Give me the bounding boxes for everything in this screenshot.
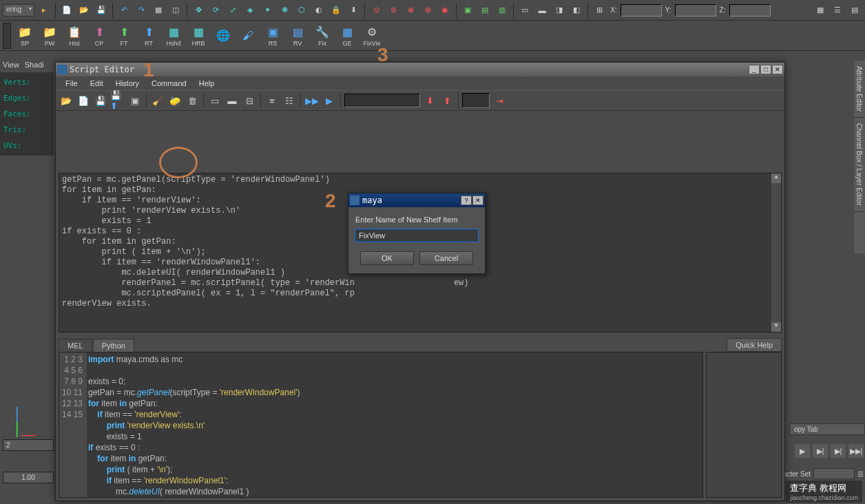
line-numbers-icon[interactable]: ☷ (282, 93, 297, 108)
dialog-titlebar[interactable]: maya ? ✕ (348, 193, 485, 207)
layout3-icon[interactable]: ▤ (847, 3, 862, 18)
snap3-icon[interactable]: ⊕ (403, 3, 418, 18)
execute-icon[interactable]: ▶ (322, 93, 337, 108)
shelf-ge[interactable]: ▦GE (336, 23, 358, 49)
layout2-icon[interactable]: ☰ (830, 3, 845, 18)
tool1-icon[interactable]: ✦ (260, 3, 275, 18)
shelf-hshd[interactable]: ▦Hshd (163, 23, 185, 49)
next-key-icon[interactable]: ▶| (831, 444, 846, 458)
x-field[interactable] (621, 4, 662, 17)
code-editor[interactable]: 1 2 3 4 5 6 7 8 9 10 11 12 13 14 15 impo… (59, 352, 703, 498)
menu-command[interactable]: Command (146, 78, 192, 89)
ipr-icon[interactable]: ▣ (460, 3, 475, 18)
show-input-icon[interactable]: ▬ (225, 93, 240, 108)
cancel-button[interactable]: Cancel (419, 251, 473, 265)
undo-icon[interactable]: ↶ (116, 3, 132, 18)
tab-channel-box[interactable]: Channel Box / Layer Editor (854, 118, 864, 212)
shelf-pw[interactable]: 📁PW (39, 23, 61, 49)
save-icon[interactable]: 💾 (94, 3, 109, 18)
show-both-icon[interactable]: ⊟ (242, 93, 257, 108)
show-history-icon[interactable]: ▭ (207, 93, 222, 108)
goto-line-field[interactable] (462, 93, 490, 108)
panel2-icon[interactable]: ▬ (534, 3, 550, 18)
search-up-icon[interactable]: ⬆ (439, 93, 455, 108)
scroll-down-icon[interactable]: ▼ (771, 322, 781, 332)
vp-menu-view[interactable]: View (3, 61, 19, 69)
vp-menu-shading[interactable]: Shadi (25, 61, 44, 69)
ok-button[interactable]: OK (360, 251, 414, 265)
shelf-hist[interactable]: 📋Hist (63, 23, 85, 49)
tool4-icon[interactable]: ◐ (311, 3, 326, 18)
tab-python[interactable]: Python (93, 339, 134, 352)
clear-history-icon[interactable]: 🧹 (150, 93, 165, 108)
shelf-rs[interactable]: ▣RS (262, 23, 284, 49)
snap5-icon[interactable]: ◉ (437, 3, 452, 18)
panel3-icon[interactable]: ◨ (552, 3, 567, 18)
lasso-icon[interactable]: ◫ (168, 3, 183, 18)
quick-help-button[interactable]: Quick Help (727, 338, 782, 352)
clear-input-icon[interactable]: 🧽 (167, 93, 183, 108)
scroll-up-icon[interactable]: ▲ (771, 174, 781, 183)
redo-icon[interactable]: ↷ (134, 3, 149, 18)
minimize-button[interactable]: _ (749, 65, 760, 74)
rg-icon[interactable]: ▥ (494, 3, 510, 18)
code-body[interactable]: import maya.cmds as mc exists = 0; getPa… (87, 353, 702, 497)
render-icon[interactable]: ▤ (477, 3, 492, 18)
shelf-ft[interactable]: ⬆FT (113, 23, 135, 49)
shelf-rv[interactable]: ▤RV (286, 23, 309, 49)
tab-mel[interactable]: MEL (59, 339, 92, 352)
copy-tab-button[interactable]: opy Tab (789, 423, 865, 435)
rotate-icon[interactable]: ⟳ (208, 3, 223, 18)
script-to-shelf-icon[interactable]: ▣ (127, 93, 143, 108)
execute-all-icon[interactable]: ▶▶ (304, 93, 320, 108)
menu-history[interactable]: History (110, 78, 145, 89)
tab-attribute-editor[interactable]: Attribute Editor (854, 61, 864, 118)
lock-icon[interactable]: 🔒 (329, 3, 344, 18)
input-mode-icon[interactable]: ⊞ (592, 3, 607, 18)
echo-all-icon[interactable]: ≡ (264, 93, 280, 108)
frame-input[interactable]: 2 (3, 439, 54, 451)
shelf-fix[interactable]: 🔧Fix (311, 23, 333, 49)
shelf-tab-handle[interactable] (3, 23, 11, 49)
close-button[interactable]: ✕ (772, 65, 783, 74)
panel1-icon[interactable]: ▭ (517, 3, 532, 18)
play-icon[interactable]: ▶ (795, 444, 810, 458)
shelf-fixvie[interactable]: ⚙FixVie (361, 23, 383, 49)
source-script-icon[interactable]: 📄 (76, 93, 91, 108)
script-editor-titlebar[interactable]: Script Editor _ □ ✕ (56, 63, 784, 76)
menu-help[interactable]: Help (194, 78, 220, 89)
layout1-icon[interactable]: ▦ (813, 3, 828, 18)
shelf-sp[interactable]: 📁SP (14, 23, 36, 49)
snap1-icon[interactable]: ⊙ (368, 3, 384, 18)
timescale-input[interactable]: 1.00 (3, 472, 54, 483)
snap4-icon[interactable]: ⊗ (420, 3, 435, 18)
new-scene-icon[interactable]: 📄 (59, 3, 74, 18)
shelf-hrb[interactable]: ▦HRB (187, 23, 209, 49)
workspace-dropdown[interactable]: ering (3, 4, 34, 17)
history-scrollbar[interactable]: ▲ ▼ (771, 174, 781, 332)
snap2-icon[interactable]: ⊚ (386, 3, 401, 18)
shelf-cp[interactable]: ⬆CP (88, 23, 110, 49)
open-icon[interactable]: 📂 (76, 3, 92, 18)
shelf-item-name-input[interactable] (355, 229, 478, 242)
clear-all-icon[interactable]: 🗑 (185, 93, 200, 108)
dialog-close-button[interactable]: ✕ (472, 196, 483, 205)
save-script-icon[interactable]: 💾 (93, 93, 108, 108)
menu-edit[interactable]: Edit (85, 78, 109, 89)
select-icon[interactable]: ▦ (151, 3, 166, 18)
goto-icon[interactable]: ⇥ (492, 93, 507, 108)
arrow-icon[interactable]: ▸ (37, 3, 52, 18)
dialog-help-button[interactable]: ? (461, 196, 472, 205)
open-script-icon[interactable]: 📂 (59, 93, 74, 108)
y-field[interactable] (675, 4, 716, 17)
search-down-icon[interactable]: ⬇ (422, 93, 437, 108)
tool2-icon[interactable]: ❋ (277, 3, 292, 18)
save-to-shelf-icon[interactable]: 💾⬆ (110, 93, 125, 108)
panel4-icon[interactable]: ◧ (569, 3, 584, 18)
tool5-icon[interactable]: ⬇ (346, 3, 361, 18)
manip-icon[interactable]: ◈ (242, 3, 258, 18)
menu-file[interactable]: File (60, 78, 83, 89)
shelf-globe[interactable]: 🌐 (212, 23, 234, 49)
shelf-rt[interactable]: ⬆RT (138, 23, 160, 49)
tool3-icon[interactable]: ⬡ (294, 3, 309, 18)
